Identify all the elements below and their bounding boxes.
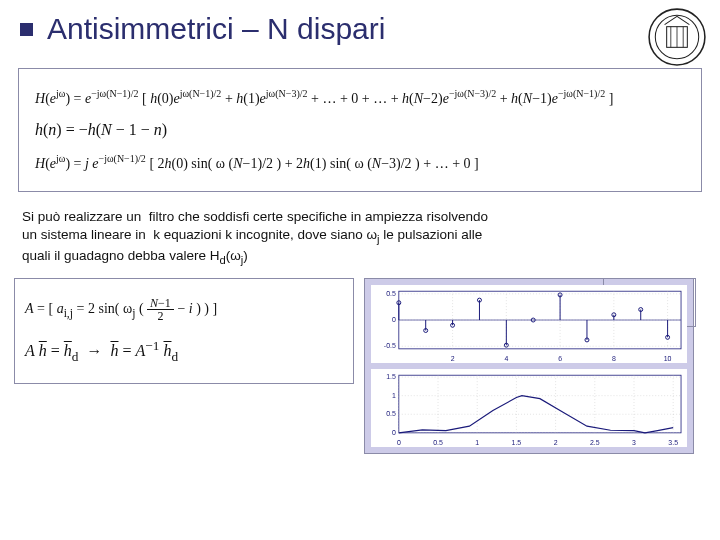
equation-2: h(n) = −h(N − 1 − n) (35, 116, 691, 143)
description-paragraph: Si può realizzare un filtro che soddisfi… (0, 200, 520, 272)
matrix-equation-2: A h = hd → h = A−1 hd (25, 338, 343, 365)
matrix-equation-1: A = [ ai,j = 2 sin( ωj ( N−12 − i ) ) ] (25, 297, 343, 322)
page-title: Antisimmetrici – N dispari (47, 12, 385, 46)
title-bar: Antisimmetrici – N dispari (0, 0, 720, 54)
equations-box: H(ejω) = e−jω(N−1)/2 [ h(0)ejω(N−1)/2 + … (18, 68, 702, 192)
svg-text:2: 2 (451, 355, 455, 362)
svg-text:3: 3 (632, 439, 636, 446)
svg-text:2: 2 (554, 439, 558, 446)
svg-text:-0.5: -0.5 (384, 342, 396, 349)
svg-text:1: 1 (392, 392, 396, 399)
svg-text:0: 0 (392, 316, 396, 323)
magnitude-plot: 00.511.522.533.500.511.5 (371, 369, 687, 447)
svg-text:4: 4 (504, 355, 508, 362)
svg-text:1.5: 1.5 (512, 439, 522, 446)
svg-text:2.5: 2.5 (590, 439, 600, 446)
matrix-equation-box: A = [ ai,j = 2 sin( ωj ( N−12 − i ) ) ] … (14, 278, 354, 384)
svg-text:1: 1 (475, 439, 479, 446)
equation-1: H(ejω) = e−jω(N−1)/2 [ h(0)ejω(N−1)/2 + … (35, 85, 691, 110)
lower-section: A = [ ai,j = 2 sin( ωj ( N−12 − i ) ) ] … (0, 272, 720, 464)
svg-text:0: 0 (397, 439, 401, 446)
svg-text:0.5: 0.5 (433, 439, 443, 446)
equation-3: H(ejω) = j e−jω(N−1)/2 [ 2h(0) sin( ω (N… (35, 150, 691, 175)
svg-text:0.5: 0.5 (386, 290, 396, 297)
svg-text:0.5: 0.5 (386, 410, 396, 417)
stem-plot: 246810-0.500.5 (371, 285, 687, 363)
title-bullet (20, 23, 33, 36)
plots-panel: 246810-0.500.5 00.511.522.533.500.511.5 (364, 278, 694, 454)
svg-text:10: 10 (664, 355, 672, 362)
svg-text:3.5: 3.5 (668, 439, 678, 446)
svg-text:8: 8 (612, 355, 616, 362)
svg-text:6: 6 (558, 355, 562, 362)
svg-text:1.5: 1.5 (386, 373, 396, 380)
svg-rect-46 (399, 375, 681, 433)
university-crest (646, 6, 708, 68)
svg-text:0: 0 (392, 429, 396, 436)
